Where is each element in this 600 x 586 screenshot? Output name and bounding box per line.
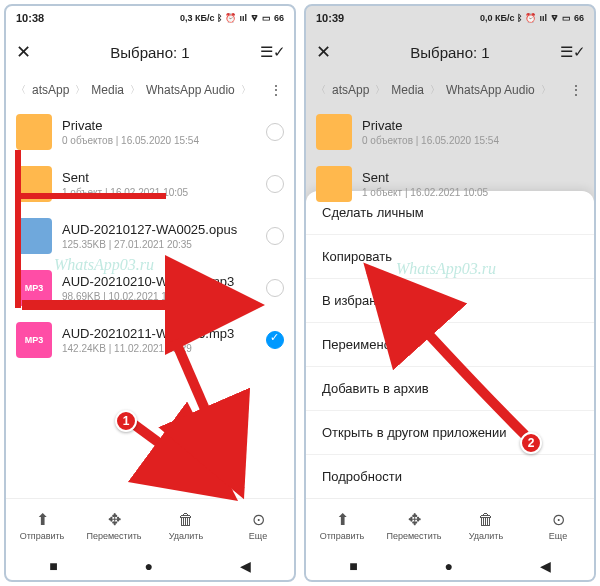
file-info: Private0 объектов | 16.05.2020 15:54 — [362, 118, 584, 146]
file-type-icon: MP3 — [16, 322, 52, 358]
file-type-icon: MP3 — [16, 270, 52, 306]
file-type-icon — [16, 114, 52, 150]
file-name: Sent — [362, 170, 584, 185]
select-radio[interactable] — [266, 331, 284, 349]
file-row[interactable]: Sent1 объект | 16.02.2021 10:05 — [306, 158, 594, 210]
signal-icon: ııl — [539, 13, 547, 23]
file-row[interactable]: MP3AUD-20210210-WA0005.mp398.69KB | 10.0… — [6, 262, 294, 314]
ellipsis-icon: ⊙ — [252, 510, 265, 529]
status-bar: 10:38 0,3 КБ/с ᛒ ⏰ ııl ⛛ ▭ 66 — [6, 6, 294, 30]
select-radio[interactable] — [266, 227, 284, 245]
file-row[interactable]: AUD-20210127-WA0025.opus125.35KB | 27.01… — [6, 210, 294, 262]
checklist-icon[interactable]: ☰✓ — [560, 43, 584, 61]
app-bar: ✕ Выбрано: 1 ☰✓ — [306, 30, 594, 74]
file-name: Private — [362, 118, 584, 133]
file-info: Sent1 объект | 16.02.2021 10:05 — [62, 170, 256, 198]
file-meta: 1 объект | 16.02.2021 10:05 — [62, 187, 256, 198]
file-meta: 1 объект | 16.02.2021 10:05 — [362, 187, 584, 198]
nav-back-icon[interactable]: ◀ — [540, 558, 551, 574]
bluetooth-icon: ᛒ — [517, 13, 522, 23]
select-radio[interactable] — [266, 175, 284, 193]
appbar-title: Выбрано: 1 — [340, 44, 560, 61]
status-right: 0,0 КБ/с ᛒ ⏰ ııl ⛛ ▭ 66 — [480, 13, 584, 23]
file-row[interactable]: Private0 объектов | 16.05.2020 15:54 — [6, 106, 294, 158]
alarm-icon: ⏰ — [225, 13, 236, 23]
crumb-3[interactable]: WhatsApp Audio — [446, 83, 535, 97]
close-icon[interactable]: ✕ — [16, 41, 40, 63]
nav-recent-icon[interactable]: ■ — [349, 558, 357, 574]
file-info: AUD-20210210-WA0005.mp398.69KB | 10.02.2… — [62, 274, 256, 302]
phone-right: 10:39 0,0 КБ/с ᛒ ⏰ ııl ⛛ ▭ 66 ✕ Выбрано:… — [304, 4, 596, 582]
file-row[interactable]: MP3AUD-20210211-WA0016.mp3142.24KB | 11.… — [6, 314, 294, 366]
chevron-left-icon: 〈 — [16, 83, 26, 97]
crumb-1[interactable]: atsApp — [32, 83, 69, 97]
crumb-2[interactable]: Media — [91, 83, 124, 97]
file-name: AUD-20210210-WA0005.mp3 — [62, 274, 256, 289]
select-radio[interactable] — [266, 123, 284, 141]
close-icon[interactable]: ✕ — [316, 41, 340, 63]
chevron-left-icon: 〈 — [316, 83, 326, 97]
send-button[interactable]: ⬆︎Отправить — [6, 499, 78, 552]
checklist-icon[interactable]: ☰✓ — [260, 43, 284, 61]
nav-bar: ■ ● ◀ — [6, 552, 294, 580]
bluetooth-icon: ᛒ — [217, 13, 222, 23]
share-icon: ⬆︎ — [336, 510, 349, 529]
file-type-icon — [16, 218, 52, 254]
file-type-icon — [316, 166, 352, 202]
chevron-right-icon: 〉 — [375, 83, 385, 97]
nav-back-icon[interactable]: ◀ — [240, 558, 251, 574]
file-meta: 0 объектов | 16.05.2020 15:54 — [362, 135, 584, 146]
delete-button[interactable]: 🗑Удалить — [450, 499, 522, 552]
appbar-title: Выбрано: 1 — [40, 44, 260, 61]
trash-icon: 🗑 — [178, 511, 194, 529]
file-meta: 0 объектов | 16.05.2020 15:54 — [62, 135, 256, 146]
move-button[interactable]: ✥Переместить — [78, 499, 150, 552]
battery-icon: ▭ — [562, 13, 571, 23]
select-radio[interactable] — [266, 279, 284, 297]
delete-button[interactable]: 🗑Удалить — [150, 499, 222, 552]
bottom-toolbar: ⬆︎Отправить ✥Переместить 🗑Удалить ⊙Еще — [6, 498, 294, 552]
more-icon[interactable]: ⋮ — [269, 82, 284, 98]
file-name: Sent — [62, 170, 256, 185]
file-row[interactable]: Sent1 объект | 16.02.2021 10:05 — [6, 158, 294, 210]
file-type-icon — [316, 114, 352, 150]
file-type-icon — [16, 166, 52, 202]
wifi-icon: ⛛ — [250, 13, 259, 23]
chevron-right-icon: 〉 — [241, 83, 251, 97]
file-info: Sent1 объект | 16.02.2021 10:05 — [362, 170, 584, 198]
breadcrumb[interactable]: 〈 atsApp 〉 Media 〉 WhatsApp Audio 〉 ⋮ — [306, 74, 594, 106]
more-button[interactable]: ⊙Еще — [222, 499, 294, 552]
crumb-1[interactable]: atsApp — [332, 83, 369, 97]
file-meta: 142.24KB | 11.02.2021 20:29 — [62, 343, 256, 354]
crumb-2[interactable]: Media — [391, 83, 424, 97]
more-button[interactable]: ⊙Еще — [522, 499, 594, 552]
file-row[interactable]: Private0 объектов | 16.05.2020 15:54 — [306, 106, 594, 158]
more-icon[interactable]: ⋮ — [569, 82, 584, 98]
battery-icon: ▭ — [262, 13, 271, 23]
ellipsis-icon: ⊙ — [552, 510, 565, 529]
battery-pct: 66 — [274, 13, 284, 23]
file-info: AUD-20210127-WA0025.opus125.35KB | 27.01… — [62, 222, 256, 250]
move-icon: ✥ — [108, 510, 121, 529]
move-button[interactable]: ✥Переместить — [378, 499, 450, 552]
nav-recent-icon[interactable]: ■ — [49, 558, 57, 574]
net-speed: 0,3 КБ/с — [180, 13, 214, 23]
send-button[interactable]: ⬆︎Отправить — [306, 499, 378, 552]
file-name: AUD-20210211-WA0016.mp3 — [62, 326, 256, 341]
status-bar: 10:39 0,0 КБ/с ᛒ ⏰ ııl ⛛ ▭ 66 — [306, 6, 594, 30]
share-icon: ⬆︎ — [36, 510, 49, 529]
chevron-right-icon: 〉 — [130, 83, 140, 97]
chevron-right-icon: 〉 — [541, 83, 551, 97]
crumb-3[interactable]: WhatsApp Audio — [146, 83, 235, 97]
alarm-icon: ⏰ — [525, 13, 536, 23]
wifi-icon: ⛛ — [550, 13, 559, 23]
breadcrumb[interactable]: 〈 atsApp 〉 Media 〉 WhatsApp Audio 〉 ⋮ — [6, 74, 294, 106]
nav-home-icon[interactable]: ● — [145, 558, 153, 574]
bottom-toolbar: ⬆︎Отправить ✥Переместить 🗑Удалить ⊙Еще — [306, 498, 594, 552]
file-name: Private — [62, 118, 256, 133]
nav-home-icon[interactable]: ● — [445, 558, 453, 574]
file-name: AUD-20210127-WA0025.opus — [62, 222, 256, 237]
step-badge-1: 1 — [115, 410, 137, 432]
app-bar: ✕ Выбрано: 1 ☰✓ — [6, 30, 294, 74]
phone-left: 10:38 0,3 КБ/с ᛒ ⏰ ııl ⛛ ▭ 66 ✕ Выбрано:… — [4, 4, 296, 582]
